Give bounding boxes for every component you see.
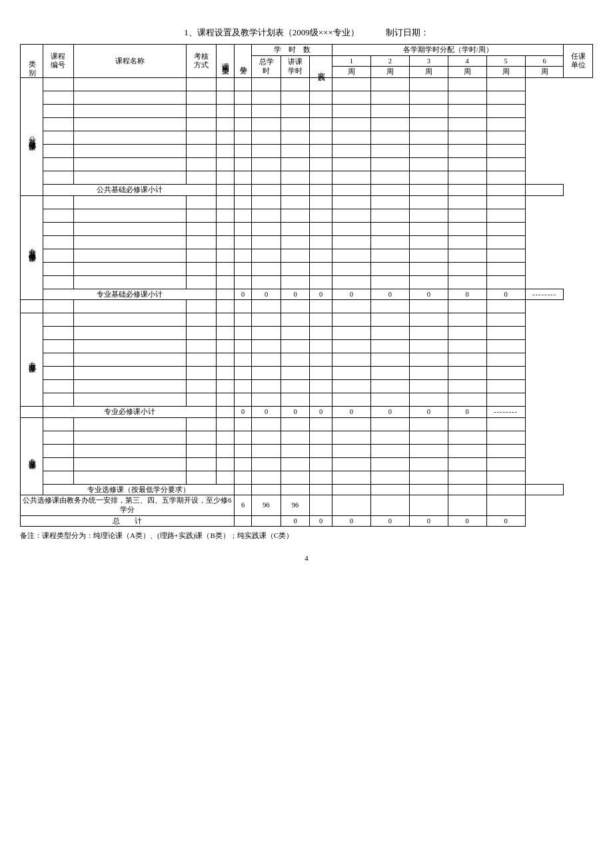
subtotal-label-2: 专业基础必修课小计 <box>43 289 217 300</box>
subtotal-label-3: 专业必修课小计 <box>43 407 217 418</box>
subtotal2-s5: 0 <box>486 289 525 300</box>
table-row <box>21 222 593 235</box>
table-row: 专业选修课 <box>21 417 593 431</box>
table-row <box>21 209 593 222</box>
table-row <box>21 249 593 262</box>
header-sem1: 1 <box>332 55 371 67</box>
subtotal2-s4: 0 <box>448 289 486 300</box>
header-dept: 任课单位 <box>564 45 593 78</box>
subtotal-row-2: 专业基础必修课小计 0 0 0 0 0 0 0 0 0 -------- <box>21 289 593 300</box>
table-row <box>21 444 593 457</box>
table-row <box>21 157 593 171</box>
table-row <box>21 262 593 275</box>
subtotal3-s5: -------- <box>486 407 525 418</box>
subtotal2-total: 0 <box>252 289 281 300</box>
header-lecture-hours: 讲课学时 <box>281 55 309 77</box>
total-s6: 0 <box>486 515 525 527</box>
table-row <box>21 457 593 471</box>
total-s1: 0 <box>310 515 332 527</box>
subtotal-row-4: 专业选修课（按最低学分要求） <box>21 484 593 495</box>
header-semester-main: 各学期学时分配（学时/周） <box>332 45 564 56</box>
header-sem4: 4 <box>448 55 486 67</box>
subtotal2-lecture: 0 <box>281 289 309 300</box>
subtotal3-s1: 0 <box>332 407 371 418</box>
total-practice: 0 <box>281 515 309 527</box>
subtotal-row-1: 公共基础必修课小计 <box>21 184 593 195</box>
header-sem4-zhou: 周 <box>448 67 486 78</box>
category-label-4: 专业选修课 <box>21 417 43 495</box>
header-total-hours: 总学时 <box>252 55 281 77</box>
footer-note: 备注：课程类型分为：纯理论课（A类）、(理路+实践)课（B类）；纯实践课（C类） <box>20 531 593 541</box>
subtotal2-s3: 0 <box>409 289 448 300</box>
header-sem2: 2 <box>370 55 409 67</box>
subtotal-label-1: 公共基础必修课小计 <box>43 184 217 195</box>
table-row <box>21 104 593 117</box>
table-row <box>21 393 593 407</box>
public-elective-label: 公共选修课由教务办统一安排，第三、四、五学期开设，至少修6学分 <box>21 495 235 515</box>
subtotal3-s4: 0 <box>448 407 486 418</box>
total-s3: 0 <box>370 515 409 527</box>
subtotal2-practice: 0 <box>310 289 332 300</box>
subtotal3-lecture: 0 <box>281 407 309 418</box>
subtotal3-total: 0 <box>252 407 281 418</box>
header-sem1-zhou: 周 <box>332 67 371 78</box>
table-row: 专业必修课 <box>21 313 593 327</box>
total-label: 总 计 <box>21 515 235 527</box>
subtotal3-s2: 0 <box>370 407 409 418</box>
header-course-name: 课程名称 <box>73 45 186 78</box>
table-row <box>21 340 593 353</box>
table-row-extra <box>21 300 593 313</box>
subtotal-row-3: 专业必修课小计 0 0 0 0 0 0 0 0 -------- <box>21 407 593 418</box>
public-elective-credit: 6 <box>234 495 252 515</box>
table-row <box>21 380 593 393</box>
header-category: 类 别 <box>21 45 43 78</box>
page-number: 4 <box>20 554 593 562</box>
subtotal-label-4: 专业选修课（按最低学分要求） <box>43 484 234 495</box>
table-row <box>21 353 593 367</box>
header-sem6-zhou: 周 <box>525 67 564 78</box>
public-elective-total: 96 <box>252 495 281 515</box>
table-row <box>21 117 593 131</box>
table-row <box>21 171 593 184</box>
subtotal3-s3: 0 <box>409 407 448 418</box>
category-label-1: 公共基础必修课 <box>21 77 43 195</box>
table-row <box>21 91 593 104</box>
table-row: 公共基础必修课 <box>21 77 593 91</box>
header-practice: 实践 <box>310 55 332 77</box>
header-credit: 学分 <box>234 45 252 78</box>
category-label-3: 专业必修课 <box>21 313 43 407</box>
header-sem3: 3 <box>409 55 448 67</box>
total-row: 总 计 0 0 0 0 0 0 0 <box>21 515 593 527</box>
table-row <box>21 235 593 249</box>
table-row <box>21 367 593 380</box>
public-elective-lecture: 96 <box>281 495 309 515</box>
header-sem6: 6 <box>525 55 564 67</box>
table-row <box>21 131 593 144</box>
subtotal2-s6: -------- <box>525 289 564 300</box>
header-sem2-zhou: 周 <box>370 67 409 78</box>
header-course-type: 课程类型 <box>217 45 235 78</box>
table-row <box>21 327 593 340</box>
table-row <box>21 144 593 157</box>
table-row <box>21 431 593 444</box>
total-s4: 0 <box>409 515 448 527</box>
header-course-code: 课程编号 <box>43 45 73 78</box>
header-sem3-zhou: 周 <box>409 67 448 78</box>
table-row: 专业基础必修课 <box>21 195 593 209</box>
header-sem5: 5 <box>486 55 525 67</box>
header-exam-type: 考核方式 <box>186 45 217 78</box>
table-row <box>21 471 593 484</box>
total-s2: 0 <box>332 515 371 527</box>
curriculum-table: 类 别 课程编号 课程名称 考核方式 课程类型 学分 学 时 数 各学期学时分配… <box>20 44 593 527</box>
table-row <box>21 275 593 289</box>
header-hours-main: 学 时 数 <box>252 45 332 56</box>
subtotal2-s1: 0 <box>332 289 371 300</box>
page-title: 1、课程设置及教学计划表（2009级×××专业） 制订日期： <box>20 27 593 39</box>
subtotal3-practice: 0 <box>310 407 332 418</box>
total-s5: 0 <box>448 515 486 527</box>
header-sem5-zhou: 周 <box>486 67 525 78</box>
subtotal3-credit: 0 <box>234 407 252 418</box>
public-elective-row: 公共选修课由教务办统一安排，第三、四、五学期开设，至少修6学分 6 96 96 <box>21 495 593 515</box>
subtotal2-s2: 0 <box>370 289 409 300</box>
subtotal2-credit: 0 <box>234 289 252 300</box>
